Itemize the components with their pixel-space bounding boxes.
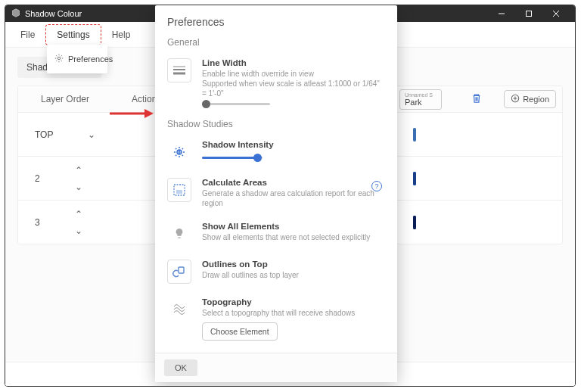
close-button[interactable] — [543, 5, 569, 22]
settings-submenu: Preferences — [47, 45, 107, 73]
app-window: Shadow Colour File Settings Help Prefere… — [5, 5, 576, 387]
move-up-button[interactable]: ⌃ — [75, 210, 82, 219]
pref-show-all[interactable]: Show All Elements Show all elements that… — [167, 216, 385, 254]
plus-circle-icon — [511, 94, 520, 104]
svg-rect-1 — [527, 11, 532, 17]
window-title: Shadow Colour — [25, 9, 82, 18]
help-icon[interactable]: ? — [371, 181, 382, 191]
brightness-icon — [167, 140, 191, 164]
calculate-areas-icon — [167, 178, 191, 202]
pref-line-width: Line Width Enable line width override in… — [167, 52, 385, 113]
color-swatch[interactable] — [413, 128, 416, 142]
section-general: General — [167, 37, 385, 48]
menu-file[interactable]: File — [10, 25, 45, 45]
lightbulb-icon — [167, 222, 191, 246]
line-width-icon — [167, 58, 191, 82]
color-swatch[interactable] — [413, 172, 416, 185]
submenu-preferences[interactable]: Preferences — [47, 49, 107, 69]
menu-settings[interactable]: Settings — [45, 24, 101, 45]
move-down-button[interactable]: ⌄ — [75, 226, 82, 235]
layer-label: 3 — [35, 217, 40, 228]
svg-rect-15 — [179, 267, 184, 273]
svg-point-4 — [57, 57, 60, 59]
intensity-slider[interactable] — [202, 157, 263, 159]
move-down-button[interactable]: ⌄ — [75, 182, 82, 191]
pref-topography: Topography Select a topography that will… — [167, 291, 385, 348]
dialog-title: Preferences — [167, 16, 385, 28]
app-icon — [11, 8, 20, 19]
trash-icon[interactable] — [471, 95, 482, 106]
annotation-arrow-icon — [108, 107, 154, 123]
ok-button[interactable]: OK — [164, 359, 197, 376]
choose-element-button[interactable]: Choose Element — [202, 322, 278, 341]
menu-help[interactable]: Help — [101, 25, 141, 45]
topography-icon — [167, 297, 191, 322]
minimize-button[interactable] — [489, 5, 514, 22]
submenu-label: Preferences — [68, 54, 113, 64]
section-shadow: Shadow Studies — [167, 119, 385, 129]
outlines-icon — [167, 260, 191, 284]
add-region-button[interactable]: Region — [504, 90, 556, 108]
layer-label: 2 — [35, 173, 40, 184]
layer-label: TOP — [35, 129, 53, 140]
move-down-button[interactable]: ⌄ — [88, 130, 95, 139]
gear-icon — [54, 54, 64, 64]
svg-rect-14 — [176, 190, 182, 194]
preferences-dialog: Preferences General Line Width Enable li… — [155, 5, 397, 382]
move-up-button[interactable]: ⌃ — [75, 166, 82, 175]
pref-calculate-areas[interactable]: Calculate Areas Generate a shadow area c… — [167, 172, 385, 216]
line-width-slider[interactable] — [202, 103, 270, 105]
pref-outlines-on-top[interactable]: Outlines on Top Draw all outlines as top… — [167, 254, 385, 291]
svg-marker-6 — [144, 109, 154, 118]
dialog-footer: OK — [155, 353, 397, 382]
maximize-button[interactable] — [516, 5, 542, 22]
color-swatch[interactable] — [413, 216, 416, 229]
scenario-tab[interactable]: Unnamed S Park — [399, 89, 442, 110]
pref-shadow-intensity: Shadow Intensity — [167, 134, 385, 172]
